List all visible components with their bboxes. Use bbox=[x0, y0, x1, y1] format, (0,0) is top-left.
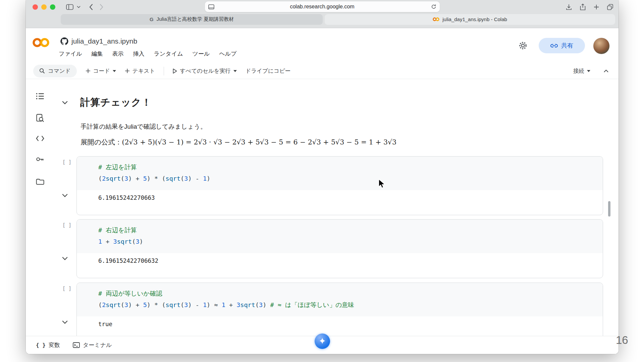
folder-icon bbox=[36, 178, 44, 185]
variables-button[interactable]: { } 変数 bbox=[36, 341, 60, 349]
menu-view[interactable]: 表示 bbox=[112, 50, 124, 58]
code-editor[interactable]: # 左辺を計算(2sqrt(3) + 5) * (sqrt(3) - 1) bbox=[77, 157, 603, 190]
minimize-button[interactable] bbox=[41, 4, 47, 10]
chevron-down-icon bbox=[62, 320, 68, 324]
code-snippets-button[interactable] bbox=[36, 135, 44, 144]
section-heading: 計算チェック！ bbox=[80, 96, 152, 109]
cell-output: 6.19615242270663 bbox=[77, 190, 603, 201]
chevron-down-icon bbox=[62, 194, 68, 197]
add-text-button[interactable]: テキスト bbox=[125, 67, 155, 75]
left-panel-icons bbox=[36, 93, 44, 187]
colab-logo bbox=[33, 37, 49, 48]
settings-button[interactable] bbox=[518, 41, 528, 50]
formula-line: 展開の公式：(2√3 + 5)(√3 − 1) = 2√3 · √3 − 2√3… bbox=[80, 137, 396, 147]
tab-overview-button[interactable] bbox=[607, 4, 613, 10]
link-icon bbox=[550, 44, 558, 48]
collapse-header-button[interactable] bbox=[604, 69, 608, 72]
scrollbar-thumb[interactable] bbox=[608, 201, 610, 217]
toolbar-left: コマンド コード テキスト すべてのセルを実行 bbox=[33, 65, 290, 77]
code-cell-2[interactable]: # 右辺を計算1 + 3sqrt(3) 6.196152422706632 bbox=[76, 219, 603, 278]
key-icon bbox=[36, 157, 44, 162]
notebook-toolbar: コマンド コード テキスト すべてのセルを実行 bbox=[26, 63, 619, 79]
find-replace-button[interactable] bbox=[36, 114, 44, 122]
forward-button[interactable] bbox=[100, 4, 103, 10]
code-cell-1[interactable]: # 左辺を計算(2sqrt(3) + 5) * (sqrt(3) - 1) 6.… bbox=[76, 156, 603, 215]
url-text: colab.research.google.com bbox=[205, 4, 440, 10]
collapse-section-button[interactable] bbox=[62, 101, 68, 105]
code-editor[interactable]: # 両辺が等しいか確認(2sqrt(3) + 5) * (sqrt(3) - 1… bbox=[77, 283, 603, 316]
table-of-contents-button[interactable] bbox=[36, 93, 44, 101]
gear-icon bbox=[518, 41, 528, 50]
browser-toolbar: colab.research.google.com bbox=[26, 0, 619, 13]
command-palette-button[interactable]: コマンド bbox=[33, 65, 77, 77]
formula-prefix: 展開の公式： bbox=[80, 138, 122, 146]
tab-label: Julia言語と高校数学 夏期講習教材 bbox=[157, 16, 234, 22]
cell-output: true bbox=[77, 316, 603, 327]
plus-icon bbox=[86, 68, 91, 73]
share-button[interactable]: 共有 bbox=[539, 38, 585, 53]
reload-button[interactable] bbox=[431, 4, 436, 9]
add-code-label: コード bbox=[93, 67, 110, 75]
new-tab-button[interactable] bbox=[594, 4, 599, 10]
menu-file[interactable]: ファイル bbox=[59, 50, 82, 58]
sidebar-toggle-button[interactable] bbox=[66, 4, 73, 10]
search-icon bbox=[39, 68, 45, 74]
code-cell-3[interactable]: # 両辺が等しいか確認(2sqrt(3) + 5) * (sqrt(3) - 1… bbox=[76, 283, 603, 341]
menu-tools[interactable]: ツール bbox=[193, 50, 210, 58]
download-icon bbox=[566, 4, 572, 10]
close-button[interactable] bbox=[33, 4, 38, 10]
cell-run-marker[interactable]: [ ] bbox=[62, 159, 77, 165]
files-button[interactable] bbox=[36, 178, 44, 187]
tab-colab-notebook[interactable]: julia_day1_ans.ipynb - Colab bbox=[325, 14, 615, 25]
slide-page-number: 16 bbox=[616, 334, 628, 347]
share-browser-button[interactable] bbox=[580, 4, 586, 10]
plus-icon bbox=[125, 68, 130, 73]
cell-run-marker[interactable]: [ ] bbox=[62, 222, 77, 228]
code-icon bbox=[36, 135, 44, 141]
code-editor[interactable]: # 右辺を計算1 + 3sqrt(3) bbox=[77, 220, 603, 253]
reload-icon bbox=[431, 4, 436, 9]
menu-help[interactable]: ヘルプ bbox=[219, 50, 236, 58]
plus-icon bbox=[594, 4, 599, 10]
cell-run-marker[interactable]: [ ] bbox=[62, 286, 77, 292]
add-code-button[interactable]: コード bbox=[86, 67, 116, 75]
intro-text: 手計算の結果をJuliaで確認してみましょう。 bbox=[80, 122, 206, 131]
menu-edit[interactable]: 編集 bbox=[92, 50, 103, 58]
terminal-button[interactable]: ターミナル bbox=[73, 341, 112, 349]
list-icon bbox=[36, 93, 44, 100]
slide: colab.research.google.com bbox=[0, 0, 644, 362]
chevron-down-icon bbox=[77, 6, 80, 8]
share-icon bbox=[580, 4, 586, 10]
menu-insert[interactable]: 挿入 bbox=[133, 50, 145, 58]
chevron-down-icon bbox=[587, 70, 590, 72]
colab-favicon bbox=[433, 17, 439, 21]
output-collapse-button[interactable] bbox=[62, 257, 68, 260]
secrets-button[interactable] bbox=[36, 157, 44, 165]
notebook-title[interactable]: julia_day1_ans.ipynb bbox=[71, 37, 137, 45]
output-collapse-button[interactable] bbox=[62, 194, 68, 197]
avatar[interactable] bbox=[593, 38, 609, 54]
toolbar-divider bbox=[164, 67, 164, 75]
gemini-spark-button[interactable] bbox=[315, 334, 330, 349]
back-button[interactable] bbox=[89, 4, 93, 10]
sidebar-icon bbox=[66, 4, 73, 10]
tab-strip: G Julia言語と高校数学 夏期講習教材 julia_day1_ans.ipy… bbox=[26, 13, 619, 28]
menu-runtime[interactable]: ランタイム bbox=[154, 50, 183, 58]
run-all-button[interactable]: すべてのセルを実行 bbox=[173, 67, 236, 75]
address-bar[interactable]: colab.research.google.com bbox=[205, 1, 440, 12]
zoom-button[interactable] bbox=[50, 4, 55, 10]
github-icon bbox=[60, 37, 68, 45]
search-document-icon bbox=[36, 114, 44, 122]
tab-label: julia_day1_ans.ipynb - Colab bbox=[442, 16, 507, 22]
output-collapse-button[interactable] bbox=[62, 320, 68, 324]
traffic-lights bbox=[33, 4, 55, 10]
sidebar-menu-button[interactable] bbox=[77, 6, 80, 8]
copy-drive-label: ドライブにコピー bbox=[246, 67, 291, 75]
connect-button[interactable]: 接続 bbox=[573, 67, 590, 75]
copy-to-drive-button[interactable]: ドライブにコピー bbox=[246, 67, 291, 75]
downloads-button[interactable] bbox=[566, 4, 572, 10]
chevron-left-icon bbox=[89, 4, 93, 10]
terminal-icon bbox=[73, 342, 80, 348]
tab-julia-textbook[interactable]: G Julia言語と高校数学 夏期講習教材 bbox=[61, 14, 323, 25]
colab-app: julia_day1_ans.ipynb ファイル 編集 表示 挿入 ランタイム… bbox=[26, 28, 619, 354]
